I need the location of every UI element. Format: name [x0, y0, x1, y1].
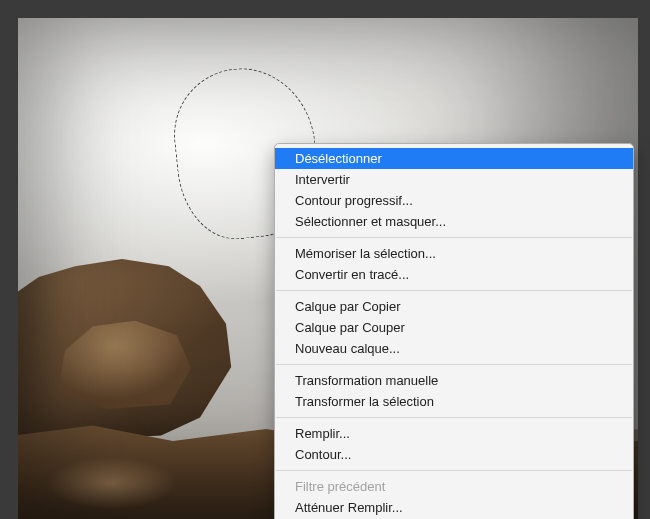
- menu-separator: [276, 364, 632, 365]
- menu-item-fill[interactable]: Remplir...: [275, 423, 633, 444]
- menu-item-select-and-mask[interactable]: Sélectionner et masquer...: [275, 211, 633, 232]
- context-menu[interactable]: DésélectionnerIntervertirContour progres…: [274, 143, 634, 519]
- menu-item-fade-fill[interactable]: Atténuer Remplir...: [275, 497, 633, 518]
- menu-separator: [276, 290, 632, 291]
- menu-separator: [276, 470, 632, 471]
- menu-item-feather[interactable]: Contour progressif...: [275, 190, 633, 211]
- menu-item-layer-via-copy[interactable]: Calque par Copier: [275, 296, 633, 317]
- menu-item-free-transform[interactable]: Transformation manuelle: [275, 370, 633, 391]
- menu-item-transform-selection[interactable]: Transformer la sélection: [275, 391, 633, 412]
- menu-item-last-filter: Filtre précédent: [275, 476, 633, 497]
- menu-item-make-work-path[interactable]: Convertir en tracé...: [275, 264, 633, 285]
- menu-item-inverse[interactable]: Intervertir: [275, 169, 633, 190]
- menu-separator: [276, 417, 632, 418]
- menu-item-stroke[interactable]: Contour...: [275, 444, 633, 465]
- menu-separator: [276, 237, 632, 238]
- menu-item-save-selection[interactable]: Mémoriser la sélection...: [275, 243, 633, 264]
- menu-item-deselect[interactable]: Désélectionner: [275, 148, 633, 169]
- menu-item-new-layer[interactable]: Nouveau calque...: [275, 338, 633, 359]
- menu-item-layer-via-cut[interactable]: Calque par Couper: [275, 317, 633, 338]
